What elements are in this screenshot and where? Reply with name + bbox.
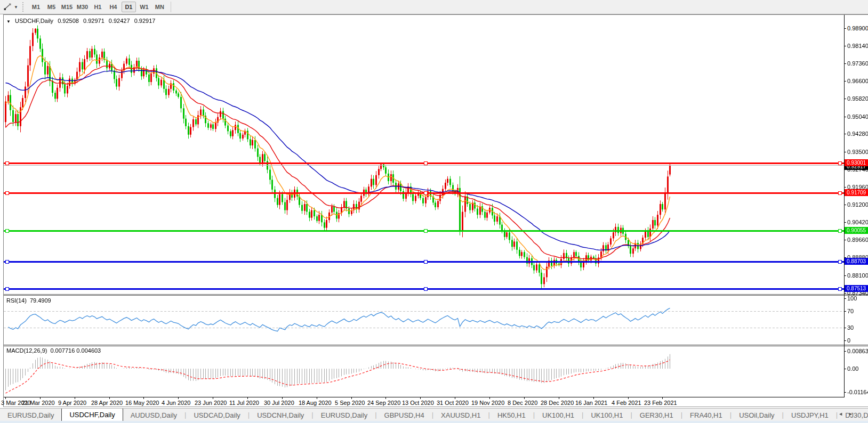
date-axis-label: 28 Dec 2020 <box>541 400 574 406</box>
date-tick <box>109 397 110 399</box>
date-axis-label: 31 Oct 2020 <box>437 400 469 406</box>
price-axis-line <box>844 15 845 397</box>
tab-uk100-h1[interactable]: UK100,H1 <box>535 409 582 421</box>
date-axis-label: 19 Nov 2020 <box>471 400 504 406</box>
date-tick <box>351 397 352 399</box>
collapse-triangle-icon[interactable]: ▼ <box>6 19 11 24</box>
price-axis-label: 0.91200 <box>847 201 868 208</box>
timeframe-button-m1[interactable]: M1 <box>29 2 43 12</box>
tab-usdcad-daily[interactable]: USDCAD,Daily <box>186 409 247 421</box>
hline-handle[interactable] <box>5 229 9 233</box>
date-axis-label: 16 Jan 2021 <box>575 400 608 406</box>
date-tick <box>420 397 421 399</box>
date-tick <box>5 397 6 399</box>
toolbar-separator <box>171 2 171 12</box>
tab-gbpusd-h4[interactable]: GBPUSD,H4 <box>377 409 432 421</box>
date-tick <box>455 397 455 399</box>
rsi-axis-label: 100 <box>847 295 857 302</box>
hline-handle[interactable] <box>5 260 9 264</box>
macd-indicator-canvas[interactable] <box>4 346 844 397</box>
date-axis-label: 13 Oct 2020 <box>402 400 434 406</box>
axis-tick <box>844 99 846 99</box>
date-tick <box>489 397 490 399</box>
date-tick <box>213 397 213 399</box>
tab-uk100-h1[interactable]: UK100,H1 <box>583 409 630 421</box>
chevron-down-icon[interactable]: ▼ <box>14 5 18 10</box>
hline-handle[interactable] <box>5 191 9 195</box>
hline-handle[interactable] <box>838 260 842 264</box>
hline-handle[interactable] <box>838 287 842 291</box>
hline-handle[interactable] <box>838 229 842 233</box>
tab-scroll-right-icon[interactable]: ► <box>848 411 853 417</box>
date-tick <box>178 397 179 399</box>
line-studies-icon[interactable] <box>2 2 13 12</box>
hline-handle[interactable] <box>5 287 9 291</box>
hline-handle[interactable] <box>424 260 428 264</box>
axis-tick <box>844 369 846 369</box>
hline-handle[interactable] <box>5 161 9 165</box>
chart-symbol-header: ▼ USDCHF,Daily 0.92508 0.92971 0.92427 0… <box>6 18 158 24</box>
timeframe-button-m15[interactable]: M15 <box>60 2 74 12</box>
pane-separator[interactable] <box>4 294 868 296</box>
hline-handle[interactable] <box>424 287 428 291</box>
date-tick <box>524 397 525 399</box>
macd-axis-label: -0.011649 <box>847 389 868 395</box>
price-axis-label: 0.95040 <box>847 113 868 120</box>
mt4-terminal: ▼ M1M5M15M30H1H4D1W1MN ▼ USDCHF,Daily 0.… <box>0 0 868 423</box>
tab-xauusd-h1[interactable]: XAUUSD,H1 <box>433 409 488 421</box>
bid-price-line <box>4 165 844 166</box>
date-tick <box>40 397 41 399</box>
hline-handle[interactable] <box>424 191 428 195</box>
tab-fra40-h1[interactable]: FRA40,H1 <box>682 409 730 421</box>
date-axis-label: 28 Apr 2020 <box>91 400 123 406</box>
timeframe-button-h1[interactable]: H1 <box>91 2 105 12</box>
date-axis-label: 11 Jul 2020 <box>229 400 259 406</box>
price-axis-label: 0.90420 <box>847 219 868 225</box>
date-axis-label: 4 Feb 2021 <box>612 400 641 406</box>
tab-ger30-h1[interactable]: GER30,H1 <box>632 409 681 421</box>
tab-hk50-h1[interactable]: HK50,H1 <box>490 409 533 421</box>
ohlc-close: 0.92917 <box>134 18 156 24</box>
price-axis-label: 0.97360 <box>847 60 868 67</box>
timeframe-button-m30[interactable]: M30 <box>75 2 90 12</box>
timeframe-button-m5[interactable]: M5 <box>44 2 59 12</box>
axis-tick <box>844 28 846 29</box>
ohlc-high: 0.92971 <box>83 18 105 24</box>
tab-scroll-left-icon[interactable]: ◄ <box>838 411 843 417</box>
rsi-indicator-canvas[interactable] <box>4 296 844 345</box>
chart-window-border <box>3 406 868 407</box>
price-axis-label: 0.89660 <box>847 237 868 243</box>
timeframe-button-d1[interactable]: D1 <box>122 2 136 12</box>
tab-eurusd-daily[interactable]: EURUSD,Daily <box>314 409 375 421</box>
hline-handle[interactable] <box>838 191 842 195</box>
hline-handle[interactable] <box>424 161 428 165</box>
tab-usdcnh-daily[interactable]: USDCNH,Daily <box>250 409 311 421</box>
hline-handle[interactable] <box>838 161 842 165</box>
tab-audusd-daily[interactable]: AUDUSD,Daily <box>123 409 184 421</box>
date-tick <box>559 397 559 399</box>
axis-tick <box>844 222 846 223</box>
date-axis-label: 8 Dec 2020 <box>508 400 537 406</box>
timeframe-button-h4[interactable]: H4 <box>106 2 120 12</box>
tab-usoil-daily[interactable]: USOil,Daily <box>732 409 782 421</box>
date-axis-label: 9 Apr 2020 <box>58 400 86 406</box>
date-tick <box>628 397 629 399</box>
date-axis-label: 5 Sep 2020 <box>335 400 365 406</box>
symbol-name: USDCHF,Daily <box>15 18 53 24</box>
timeframe-toolbar: ▼ M1M5M15M30H1H4D1W1MN <box>0 0 868 14</box>
tab-usdjpy-h1[interactable]: USDJPY,H1 <box>784 409 836 421</box>
price-chart-canvas[interactable] <box>4 15 844 295</box>
axis-tick <box>844 46 846 46</box>
rsi-axis-label: 30 <box>847 324 854 331</box>
tab-eurusd-daily[interactable]: EURUSD,Daily <box>0 409 61 421</box>
hline-handle[interactable] <box>424 229 428 233</box>
tab-usdchf-daily[interactable]: USDCHF,Daily <box>61 408 123 421</box>
ohlc-open: 0.92508 <box>58 18 79 24</box>
pane-separator[interactable] <box>4 345 868 346</box>
date-tick <box>75 397 75 399</box>
timeframe-button-mn[interactable]: MN <box>152 2 167 12</box>
axis-tick <box>844 117 846 117</box>
axis-tick <box>844 328 846 328</box>
timeframe-button-w1[interactable]: W1 <box>137 2 151 12</box>
timeframe-buttons: M1M5M15M30H1H4D1W1MN <box>28 2 167 12</box>
